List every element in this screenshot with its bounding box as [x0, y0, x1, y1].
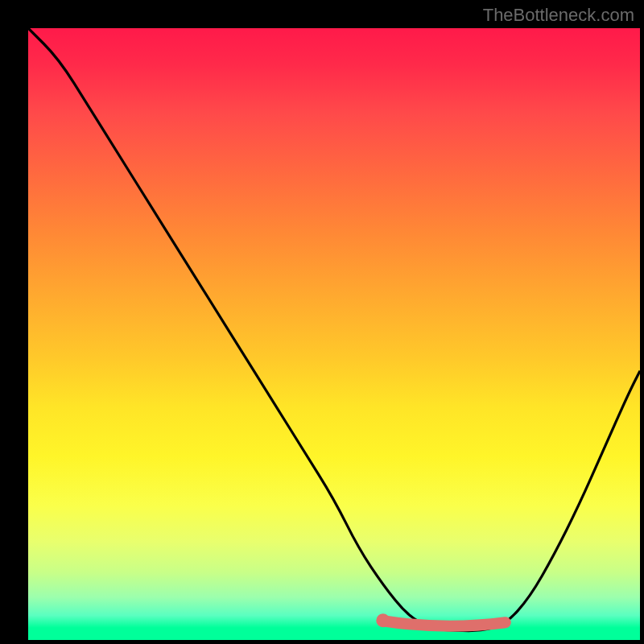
optimal-range-band	[383, 621, 506, 626]
optimal-point-marker	[376, 613, 390, 627]
bottleneck-curve-path	[28, 28, 640, 631]
chart-svg	[28, 28, 640, 640]
attribution-text: TheBottleneck.com	[483, 5, 634, 26]
chart-plot-area	[28, 28, 640, 640]
